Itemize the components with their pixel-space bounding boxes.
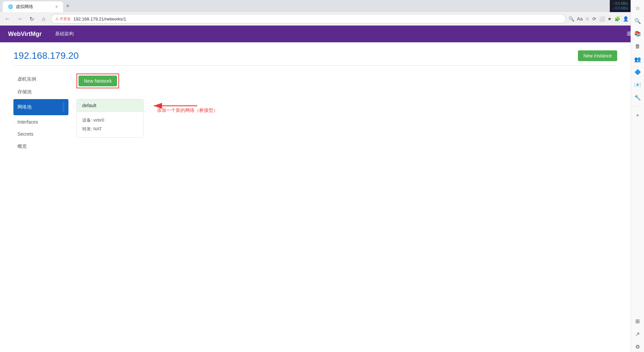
favorites-icon[interactable]: ★: [607, 16, 612, 21]
network-area: default 设备: virbr0 转发: NAT: [76, 99, 617, 138]
tab-title: 虚拟网络: [16, 4, 33, 10]
host-ip: 192.168.179.20: [13, 50, 79, 61]
reader-icon[interactable]: Aa: [577, 16, 583, 21]
security-warning: ⚠ 不安全: [55, 16, 71, 21]
sidebar-item-vm[interactable]: 虚机实例: [13, 74, 68, 85]
edge-settings2-icon[interactable]: ⊞: [632, 316, 643, 326]
browser-tab[interactable]: 🌐 虚拟网络 ×: [3, 1, 63, 12]
download-speed: ↓ 0.0 KB/s: [612, 6, 628, 11]
split-icon[interactable]: ⬜: [599, 16, 605, 21]
url-display: 192.168.179.21/networks/1: [73, 16, 126, 21]
edge-outlook-icon[interactable]: 📧: [632, 79, 643, 90]
annotation-container: 添加一个新的网络（桥接型）: [144, 99, 218, 114]
browser-chrome: 🌐 虚拟网络 × + ─ ▭ ✕ ← → ↻ ⌂ ⚠ 不安全 192.168.1…: [0, 0, 644, 26]
edge-external-icon[interactable]: ↗: [632, 328, 643, 339]
tab-bar: 🌐 虚拟网络 × + ─ ▭ ✕: [0, 0, 644, 12]
annotation-text: 添加一个新的网络（桥接型）: [157, 107, 218, 114]
upload-speed: ↑ 0.0 KB/s: [612, 1, 628, 6]
new-network-highlight: New Network: [76, 74, 119, 88]
back-button[interactable]: ←: [3, 14, 12, 24]
home-button[interactable]: ⌂: [39, 14, 48, 24]
edge-add-icon[interactable]: ＋: [632, 110, 643, 121]
address-input[interactable]: ⚠ 不安全 192.168.179.21/networks/1: [51, 14, 566, 24]
edge-apps-icon[interactable]: 🔷: [632, 67, 643, 77]
nav-infrastructure[interactable]: 基础架构: [52, 30, 76, 38]
edge-profile-icon[interactable]: 👥: [632, 54, 643, 64]
tab-favicon: 🌐: [8, 4, 13, 9]
edge-tools-icon[interactable]: 🔧: [632, 92, 643, 103]
edge-favorites-icon[interactable]: ☆: [632, 3, 643, 13]
device-label: 设备:: [82, 118, 92, 123]
sidebar-item-network[interactable]: 网络池: [13, 99, 68, 115]
device-row: 设备: virbr0: [82, 116, 138, 125]
forward-value: NAT: [93, 126, 102, 131]
zoom-icon[interactable]: 🔍: [569, 16, 574, 21]
new-tab-button[interactable]: +: [63, 1, 72, 11]
address-bar: ← → ↻ ⌂ ⚠ 不安全 192.168.179.21/networks/1 …: [0, 12, 644, 26]
active-indicator: [62, 102, 64, 113]
edge-sidebar: ☆ 🔍 📚 🗑 👥 🔷 📧 🔧 ＋ ⊞ ↗ ⚙: [631, 0, 644, 352]
profile-icon[interactable]: 👤: [623, 16, 629, 21]
tab-close-button[interactable]: ×: [55, 4, 58, 9]
sidebar: 虚机实例 存储池 网络池 Interfaces Secrets 概览: [13, 74, 74, 153]
new-network-button[interactable]: New Network: [78, 76, 117, 86]
sidebar-item-interfaces[interactable]: Interfaces: [13, 117, 68, 127]
refresh2-icon[interactable]: ⟳: [592, 16, 596, 21]
bookmark-icon[interactable]: ☆: [585, 16, 590, 21]
edge-collections-icon[interactable]: 📚: [632, 28, 643, 39]
sidebar-item-secrets[interactable]: Secrets: [13, 129, 68, 139]
main-panel: New Network default 设备: virbr0 转发:: [74, 74, 617, 153]
new-instance-button[interactable]: New Instance: [578, 50, 617, 61]
forward-label: 转发:: [82, 126, 92, 131]
app-title: WebVirtMgr: [8, 31, 42, 38]
edge-divider: [634, 106, 642, 106]
main-content: 192.168.179.20 New Instance 虚机实例 存储池 网络池…: [0, 42, 631, 162]
refresh-button[interactable]: ↻: [27, 14, 36, 24]
sidebar-item-storage[interactable]: 存储池: [13, 86, 68, 98]
forward-button[interactable]: →: [15, 14, 24, 24]
network-item-body: 设备: virbr0 转发: NAT: [77, 112, 143, 137]
edge-search-icon[interactable]: 🔍: [632, 15, 643, 26]
app-header: WebVirtMgr 基础架构 退出: [0, 26, 644, 42]
network-speed-badge: ↑ 0.0 KB/s ↓ 0.0 KB/s: [610, 0, 631, 12]
layout: 虚机实例 存储池 网络池 Interfaces Secrets 概览: [13, 74, 617, 153]
forward-row: 转发: NAT: [82, 125, 138, 133]
sidebar-item-overview[interactable]: 概览: [13, 141, 68, 152]
extensions-icon[interactable]: 🧩: [614, 16, 620, 21]
host-header: 192.168.179.20 New Instance: [13, 50, 617, 65]
device-value: virbr0: [93, 118, 104, 123]
edge-gear-icon[interactable]: ⚙: [632, 341, 643, 352]
edge-history-icon[interactable]: 🗑: [632, 41, 643, 52]
